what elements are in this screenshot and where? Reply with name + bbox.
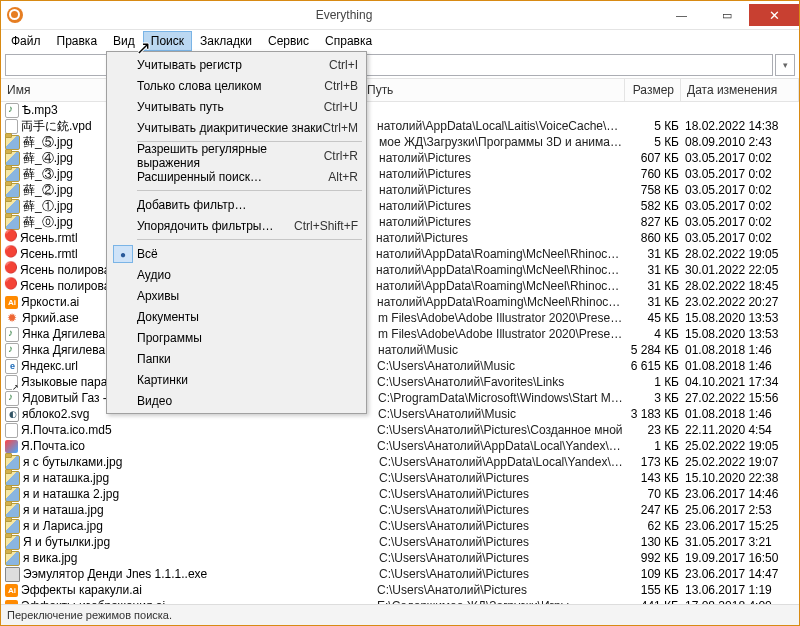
- file-date: 13.06.2017 1:19: [685, 583, 795, 597]
- menu-справка[interactable]: Справка: [317, 31, 380, 51]
- file-name: Я и бутылки.jpg: [23, 535, 379, 549]
- menu-item[interactable]: ●Всё: [109, 243, 364, 264]
- menu-файл[interactable]: Файл: [3, 31, 49, 51]
- file-row[interactable]: Я.Почта.ico.md5C:\Users\Анатолий\Picture…: [1, 422, 799, 438]
- file-path: C:\Users\Анатолий\Pictures: [379, 551, 623, 565]
- file-size: 70 КБ: [623, 487, 685, 501]
- file-size: 31 КБ: [623, 263, 685, 277]
- file-path: C:\Users\Анатолий\Music: [377, 359, 623, 373]
- file-size: 62 КБ: [623, 519, 685, 533]
- file-date: 30.01.2022 22:05: [685, 263, 795, 277]
- menu-item[interactable]: Архивы: [109, 285, 364, 306]
- file-date: 15.08.2020 13:53: [685, 327, 795, 341]
- file-date: 23.06.2017 14:46: [685, 487, 795, 501]
- header-path[interactable]: Путь: [361, 79, 625, 101]
- file-date: 23.02.2022 20:27: [685, 295, 795, 309]
- menu-правка[interactable]: Правка: [49, 31, 106, 51]
- file-size: 1 КБ: [623, 375, 685, 389]
- jpg-icon: [5, 503, 20, 518]
- menu-item[interactable]: Упорядочить фильтры…Ctrl+Shift+F: [109, 215, 364, 236]
- file-date: 03.05.2017 0:02: [685, 183, 795, 197]
- file-size: 143 КБ: [623, 471, 685, 485]
- close-button[interactable]: ✕: [749, 4, 799, 26]
- file-size: 4 КБ: [623, 327, 685, 341]
- menu-вид[interactable]: Вид: [105, 31, 143, 51]
- menu-item[interactable]: Картинки: [109, 369, 364, 390]
- menu-item[interactable]: Добавить фильтр…: [109, 194, 364, 215]
- jpg-icon: [5, 519, 20, 534]
- file-date: 19.09.2017 16:50: [685, 551, 795, 565]
- menu-item[interactable]: Учитывать путьCtrl+U: [109, 96, 364, 117]
- menu-item[interactable]: Документы: [109, 306, 364, 327]
- file-row[interactable]: Я.Почта.icoC:\Users\Анатолий\AppData\Loc…: [1, 438, 799, 454]
- search-dropdown-button[interactable]: ▾: [775, 54, 795, 76]
- menu-item[interactable]: Программы: [109, 327, 364, 348]
- file-row[interactable]: Эффекты изображения.aiE:\Содержимое ЖД\З…: [1, 598, 799, 604]
- menu-item[interactable]: Разрешить регулярные выраженияCtrl+R: [109, 145, 364, 166]
- jpg-icon: [5, 471, 20, 486]
- menu-separator: [137, 190, 362, 191]
- file-row[interactable]: Ээмулятор Денди Jnes 1.1.1..exeC:\Users\…: [1, 566, 799, 582]
- header-size[interactable]: Размер: [625, 79, 681, 101]
- file-row[interactable]: я с бутылками.jpgC:\Users\Анатолий\AppDa…: [1, 454, 799, 470]
- window-controls: — ▭ ✕: [659, 4, 799, 26]
- menu-item[interactable]: Учитывать регистрCtrl+I: [109, 54, 364, 75]
- jpg-icon: [5, 215, 20, 230]
- menu-item-label: Архивы: [137, 289, 179, 303]
- lnk-icon: [5, 375, 18, 390]
- menu-item[interactable]: Папки: [109, 348, 364, 369]
- rmtl-icon: [5, 247, 17, 261]
- header-date[interactable]: Дата изменения: [681, 79, 799, 101]
- file-path: натолий\AppData\Local\Laitis\VoiceCache\…: [377, 119, 623, 133]
- file-row[interactable]: Я и бутылки.jpgC:\Users\Анатолий\Picture…: [1, 534, 799, 550]
- exe-icon: [5, 567, 20, 582]
- file-row[interactable]: я и наташка 2.jpgC:\Users\Анатолий\Pictu…: [1, 486, 799, 502]
- menu-сервис[interactable]: Сервис: [260, 31, 317, 51]
- file-date: 23.06.2017 15:25: [685, 519, 795, 533]
- search-menu-dropdown: Учитывать регистрCtrl+IТолько слова цели…: [106, 51, 367, 414]
- file-row[interactable]: я и наташка.jpgC:\Users\Анатолий\Picture…: [1, 470, 799, 486]
- file-path: натолий\AppData\Roaming\McNeel\Rhinocero…: [377, 295, 623, 309]
- file-size: 31 КБ: [623, 295, 685, 309]
- menu-item-label: Видео: [137, 394, 172, 408]
- file-path: C:\Users\Анатолий\Pictures: [379, 567, 623, 581]
- menu-shortcut: Ctrl+B: [324, 79, 358, 93]
- status-bar: Переключение режимов поиска.: [1, 604, 799, 625]
- menu-item[interactable]: Видео: [109, 390, 364, 411]
- file-date: 03.05.2017 0:02: [685, 215, 795, 229]
- file-date: 25.06.2017 2:53: [685, 503, 795, 517]
- menu-item[interactable]: Учитывать диакритические знакиCtrl+M: [109, 117, 364, 138]
- file-row[interactable]: Эффекты каракули.aiC:\Users\Анатолий\Pic…: [1, 582, 799, 598]
- file-size: 45 КБ: [623, 311, 685, 325]
- mp3-icon: [5, 343, 19, 358]
- file-size: 130 КБ: [623, 535, 685, 549]
- file-date: 03.05.2017 0:02: [685, 151, 795, 165]
- menu-item[interactable]: Только слова целикомCtrl+B: [109, 75, 364, 96]
- menu-item-label: Программы: [137, 331, 202, 345]
- file-date: 23.06.2017 14:47: [685, 567, 795, 581]
- jpg-icon: [5, 487, 20, 502]
- menu-shortcut: Ctrl+M: [322, 121, 358, 135]
- file-path: натолий\Music: [378, 343, 623, 357]
- file-date: 03.05.2017 0:02: [685, 167, 795, 181]
- file-size: 5 284 КБ: [623, 343, 685, 357]
- file-row[interactable]: я и Лариса.jpgC:\Users\Анатолий\Pictures…: [1, 518, 799, 534]
- file-date: 01.08.2018 1:46: [685, 359, 795, 373]
- menu-item-label: Папки: [137, 352, 171, 366]
- file-size: 607 КБ: [623, 151, 685, 165]
- menu-item[interactable]: Аудио: [109, 264, 364, 285]
- file-row[interactable]: я вика.jpgC:\Users\Анатолий\Pictures992 …: [1, 550, 799, 566]
- menu-item[interactable]: Расширенный поиск…Alt+R: [109, 166, 364, 187]
- menu-поиск[interactable]: Поиск: [143, 31, 192, 51]
- check-icon: ●: [113, 245, 133, 263]
- ase-icon: [5, 311, 19, 325]
- file-date: 28.02.2022 19:05: [685, 247, 795, 261]
- menu-закладки[interactable]: Закладки: [192, 31, 260, 51]
- file-row[interactable]: я и наташа.jpgC:\Users\Анатолий\Pictures…: [1, 502, 799, 518]
- maximize-button[interactable]: ▭: [704, 4, 749, 26]
- minimize-button[interactable]: —: [659, 4, 704, 26]
- file-date: 18.02.2022 14:38: [685, 119, 795, 133]
- file-path: натолий\Pictures: [376, 231, 623, 245]
- file-date: 27.02.2022 15:56: [685, 391, 795, 405]
- jpg-icon: [5, 199, 20, 214]
